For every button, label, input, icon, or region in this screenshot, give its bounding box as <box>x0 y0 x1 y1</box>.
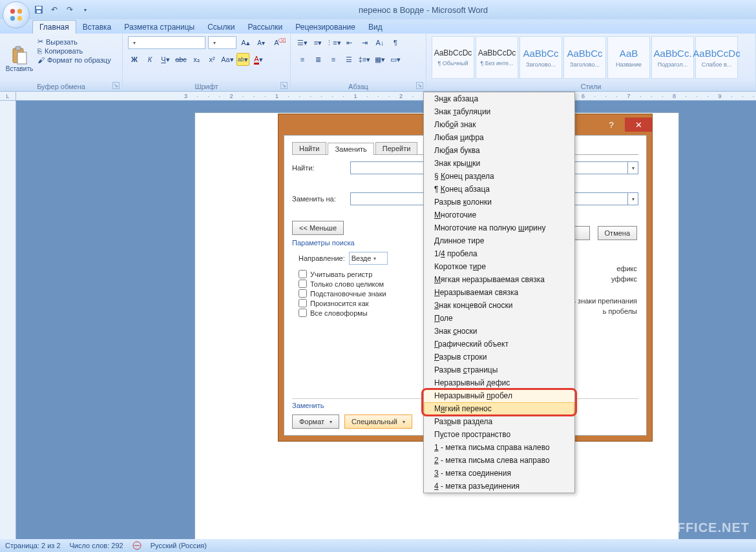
menu-item[interactable]: Знак абзаца <box>424 92 574 105</box>
tab-insert[interactable]: Вставка <box>76 21 118 34</box>
menu-item[interactable]: § Конец раздела <box>424 170 574 183</box>
borders-icon[interactable]: ▭▾ <box>389 53 402 66</box>
proofing-icon[interactable] <box>132 541 142 550</box>
style-thumb[interactable]: AaBbCcDc¶ Без инте... <box>476 36 518 79</box>
font-launcher-icon[interactable]: ↘ <box>280 82 288 89</box>
subscript-icon[interactable]: x₂ <box>190 53 203 66</box>
dialog-close-button[interactable]: ✕ <box>625 118 652 132</box>
less-button[interactable]: << Меньше <box>292 221 344 235</box>
menu-item[interactable]: Поле <box>424 312 574 325</box>
menu-item[interactable]: 4 - метка разъединения <box>424 480 574 493</box>
menu-item[interactable]: Неразрывный пробел <box>424 389 574 402</box>
line-spacing-icon[interactable]: ‡≡▾ <box>358 53 371 66</box>
bold-icon[interactable]: Ж <box>128 53 141 66</box>
tab-mailings[interactable]: Рассылки <box>241 21 289 34</box>
menu-item[interactable]: Любая буква <box>424 144 574 157</box>
menu-item[interactable]: Мягкая неразрываемая связка <box>424 273 574 286</box>
dialog-tab-replace[interactable]: Заменить <box>328 143 373 155</box>
clipboard-launcher-icon[interactable]: ↘ <box>112 82 120 89</box>
menu-item[interactable]: Неразрывный дефис <box>424 376 574 389</box>
format-button[interactable]: Формат <box>292 414 339 429</box>
highlight-icon[interactable]: ab▾ <box>236 53 249 66</box>
save-icon[interactable] <box>34 5 44 15</box>
menu-item[interactable]: 3 - метка соединения <box>424 467 574 480</box>
show-marks-icon[interactable]: ¶ <box>389 36 402 49</box>
style-thumb[interactable]: АаВНазвание <box>607 36 650 79</box>
sort-icon[interactable]: A↓ <box>373 36 386 49</box>
menu-item[interactable]: 2 - метка письма слева направо <box>424 454 574 467</box>
clear-format-icon[interactable]: A⌫ <box>270 36 283 49</box>
menu-item[interactable]: Любой знак <box>424 118 574 131</box>
menu-item[interactable]: Многоточие на полную ширину <box>424 221 574 234</box>
menu-item[interactable]: Мягкий перенос <box>424 402 574 415</box>
dialog-tab-find[interactable]: Найти <box>292 142 326 154</box>
shading-icon[interactable]: ▦▾ <box>373 53 386 66</box>
dialog-help-button[interactable]: ? <box>598 118 625 132</box>
style-thumb[interactable]: AaBbCcDc¶ Обычный <box>432 36 474 79</box>
tab-layout[interactable]: Разметка страницы <box>118 21 201 34</box>
tab-view[interactable]: Вид <box>362 21 389 34</box>
menu-item[interactable]: Длинное тире <box>424 234 574 247</box>
direction-select[interactable]: Везде▾ <box>349 252 388 265</box>
undo-icon[interactable]: ↶ <box>49 5 59 15</box>
paste-button[interactable]: Вставить <box>5 36 34 81</box>
bullets-icon[interactable]: ☰▾ <box>296 36 309 49</box>
replace-history-dropdown[interactable]: ▾ <box>628 192 638 205</box>
indent-inc-icon[interactable]: ⇥ <box>358 36 371 49</box>
menu-item[interactable]: Разрыв раздела <box>424 415 574 428</box>
style-thumb[interactable]: AaBbCc.Подзагол... <box>651 36 694 79</box>
menu-item[interactable]: Знак табуляции <box>424 105 574 118</box>
menu-item[interactable]: Знак крышки <box>424 157 574 170</box>
menu-item[interactable]: Разрыв строки <box>424 351 574 363</box>
grow-font-icon[interactable]: A▴ <box>239 36 252 49</box>
paragraph-launcher-icon[interactable]: ↘ <box>416 82 423 89</box>
status-words[interactable]: Число слов: 292 <box>70 542 123 549</box>
numbering-icon[interactable]: ≡▾ <box>311 36 324 49</box>
copy-button[interactable]: ⎘Копировать <box>37 47 111 55</box>
menu-item[interactable]: Короткое тире <box>424 260 574 273</box>
menu-item[interactable]: 1/4 пробела <box>424 247 574 260</box>
font-family-select[interactable]: ▾ <box>128 36 205 49</box>
menu-item[interactable]: Пустое пространство <box>424 428 574 441</box>
find-history-dropdown[interactable]: ▾ <box>628 161 638 174</box>
menu-item[interactable]: Любая цифра <box>424 131 574 144</box>
strike-icon[interactable]: abc <box>174 53 187 66</box>
style-thumb[interactable]: AaBbCcDcСлабое в... <box>695 36 738 79</box>
align-right-icon[interactable]: ≡ <box>327 53 340 66</box>
tab-references[interactable]: Ссылки <box>201 21 241 34</box>
underline-icon[interactable]: Ч▾ <box>159 53 172 66</box>
align-left-icon[interactable]: ≡ <box>296 53 309 66</box>
menu-item[interactable]: Разрыв колонки <box>424 196 574 209</box>
menu-item[interactable]: Графический объект <box>424 338 574 351</box>
font-size-select[interactable]: ▾ <box>208 36 236 49</box>
cut-button[interactable]: ✂Вырезать <box>37 37 111 46</box>
shrink-font-icon[interactable]: A▾ <box>255 36 268 49</box>
style-thumb[interactable]: AaBbCcЗаголово... <box>520 36 562 79</box>
tab-review[interactable]: Рецензирование <box>289 21 362 34</box>
menu-item[interactable]: Знак сноски <box>424 325 574 338</box>
qat-dropdown-icon[interactable]: ▾ <box>80 5 90 15</box>
format-painter-button[interactable]: 🖌Формат по образцу <box>37 56 111 64</box>
dialog-tab-goto[interactable]: Перейти <box>375 142 418 154</box>
special-button[interactable]: Специальный <box>344 414 412 429</box>
align-center-icon[interactable]: ≣ <box>311 53 324 66</box>
multilevel-icon[interactable]: ⋮≡▾ <box>327 36 340 49</box>
status-page[interactable]: Страница: 2 из 2 <box>5 542 61 549</box>
font-color-icon[interactable]: A▾ <box>252 53 265 66</box>
cancel-button[interactable]: Отмена <box>598 226 637 240</box>
menu-item[interactable]: Неразрываемая связка <box>424 286 574 299</box>
menu-item[interactable]: Знак концевой сноски <box>424 299 574 312</box>
menu-item[interactable]: Разрыв страницы <box>424 363 574 376</box>
align-justify-icon[interactable]: ☰ <box>342 53 355 66</box>
tab-home[interactable]: Главная <box>32 20 76 34</box>
superscript-icon[interactable]: x² <box>205 53 218 66</box>
change-case-icon[interactable]: Aa▾ <box>221 53 234 66</box>
redo-icon[interactable]: ↷ <box>65 5 75 15</box>
style-thumb[interactable]: AaBbCcЗаголово... <box>563 36 606 79</box>
italic-icon[interactable]: К <box>143 53 156 66</box>
office-button[interactable] <box>3 1 30 28</box>
menu-item[interactable]: ¶ Конец абзаца <box>424 183 574 196</box>
indent-dec-icon[interactable]: ⇤ <box>342 36 355 49</box>
menu-item[interactable]: 1 - метка письма справа налево <box>424 441 574 454</box>
menu-item[interactable]: Многоточие <box>424 209 574 221</box>
